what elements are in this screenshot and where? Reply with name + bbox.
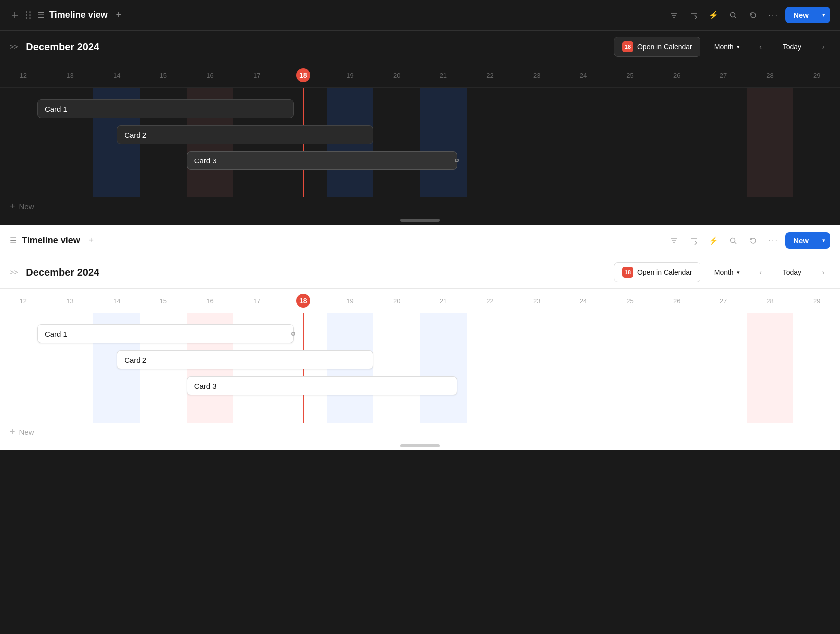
light-date-23: 23 (513, 295, 560, 307)
light-search-button[interactable] (725, 233, 741, 249)
light-cal-header: >> December 2024 18 Open in Calendar Mon… (0, 256, 840, 289)
toolbar-right: ⚡ ··· New ▾ (666, 7, 830, 23)
next-month-button[interactable]: › (816, 40, 830, 54)
date-28: 28 (747, 70, 794, 81)
dark-card-2[interactable]: Card 2 (117, 125, 373, 144)
light-undo-button[interactable] (745, 233, 761, 249)
dark-card-1[interactable]: Card 1 (37, 99, 294, 118)
light-date-25: 25 (607, 295, 654, 307)
light-card-row-2: Card 2 (0, 347, 840, 373)
date-19: 19 (327, 70, 374, 81)
dark-card-row-1: Card 1 (0, 96, 840, 122)
light-date-16: 16 (187, 295, 234, 307)
undo-button[interactable] (745, 7, 761, 23)
light-card-1[interactable]: Card 1 (37, 324, 294, 343)
light-new-label: New (19, 428, 34, 436)
month-selector-button[interactable]: Month ▾ (708, 39, 746, 55)
expand-button[interactable]: >> (10, 43, 18, 51)
light-new-dropdown-button[interactable]: ▾ (817, 233, 830, 248)
toolbar-left: ☰ Timeline view + (10, 9, 661, 21)
dark-card-3[interactable]: Card 3 (187, 151, 457, 170)
date-17: 17 (233, 70, 280, 81)
open-in-calendar-label: Open in Calendar (637, 43, 692, 51)
search-button[interactable] (725, 7, 741, 23)
light-scrollbar-area (0, 441, 840, 450)
filter-button[interactable] (666, 7, 682, 23)
dark-scroll-thumb[interactable] (400, 219, 440, 222)
light-date-18-today: 18 (280, 292, 327, 310)
dark-card-row-3: Card 3 (0, 148, 840, 173)
light-date-28: 28 (747, 295, 794, 307)
date-23: 23 (513, 70, 560, 81)
more-button[interactable]: ··· (765, 7, 781, 23)
dark-scrollbar-area (0, 216, 840, 225)
light-open-in-calendar-button[interactable]: 18 Open in Calendar (614, 262, 700, 282)
light-date-17: 17 (233, 295, 280, 307)
light-toolbar-left: ☰ Timeline view + (10, 235, 661, 247)
date-22: 22 (467, 70, 514, 81)
dark-timeline-panel: ☰ Timeline view + ⚡ ··· New ▾ (0, 0, 840, 225)
open-in-calendar-button[interactable]: 18 Open in Calendar (614, 37, 700, 57)
light-scroll-thumb[interactable] (400, 444, 440, 447)
month-year-label: December 2024 (26, 41, 606, 53)
light-view-icon: ☰ (10, 236, 17, 245)
light-date-14: 14 (93, 295, 140, 307)
light-cards: Card 1 Card 2 Card 3 (0, 321, 840, 399)
light-expand-button[interactable]: >> (10, 268, 18, 276)
light-card-3[interactable]: Card 3 (187, 376, 457, 395)
light-new-button-group: New ▾ (785, 232, 830, 249)
svg-point-6 (731, 12, 735, 17)
light-open-in-calendar-label: Open in Calendar (637, 268, 692, 276)
light-lightning-button[interactable]: ⚡ (705, 233, 721, 249)
light-card-1-dot (291, 332, 295, 336)
light-date-15: 15 (140, 295, 187, 307)
add-view-button[interactable]: + (113, 9, 125, 21)
dark-new-row[interactable]: + New (0, 197, 840, 216)
light-more-button[interactable]: ··· (765, 233, 781, 249)
date-13: 13 (47, 70, 94, 81)
dark-card-3-dot (455, 158, 459, 162)
light-filter-button[interactable] (666, 233, 682, 249)
lightning-button[interactable]: ⚡ (705, 7, 721, 23)
light-card-2[interactable]: Card 2 (117, 350, 373, 369)
light-timeline-panel: ☰ Timeline view + ⚡ ··· New ▾ (0, 225, 840, 450)
light-calendar-icon-badge: 18 (622, 267, 633, 278)
light-new-row[interactable]: + New (0, 423, 840, 441)
dark-new-label: New (19, 202, 34, 211)
date-18-today: 18 (280, 66, 327, 84)
light-card-row-1: Card 1 (0, 321, 840, 347)
view-title: Timeline view (49, 10, 108, 20)
new-dropdown-button[interactable]: ▾ (817, 8, 830, 22)
date-12: 12 (0, 70, 47, 81)
date-27: 27 (700, 70, 747, 81)
light-date-12: 12 (0, 295, 47, 307)
light-date-29: 29 (793, 295, 840, 307)
light-date-19: 19 (327, 295, 374, 307)
light-timeline-area: Card 1 Card 2 Card 3 (0, 313, 840, 423)
light-date-20: 20 (373, 295, 420, 307)
dark-cards: Card 1 Card 2 Card 3 (0, 96, 840, 173)
light-new-main-button[interactable]: New (785, 232, 817, 249)
calendar-icon-badge: 18 (622, 41, 633, 52)
dark-toolbar: ☰ Timeline view + ⚡ ··· New ▾ (0, 0, 840, 31)
dark-cal-header: >> December 2024 18 Open in Calendar Mon… (0, 31, 840, 63)
add-icon[interactable] (10, 10, 20, 20)
light-date-21: 21 (420, 295, 467, 307)
light-sort-button[interactable] (686, 233, 701, 249)
svg-line-7 (735, 16, 737, 18)
date-16: 16 (187, 70, 234, 81)
light-next-month-button[interactable]: › (816, 265, 830, 279)
light-prev-month-button[interactable]: ‹ (754, 265, 768, 279)
light-date-24: 24 (560, 295, 607, 307)
light-month-selector-button[interactable]: Month ▾ (708, 264, 746, 280)
sort-button[interactable] (686, 7, 701, 23)
new-main-button[interactable]: New (785, 7, 817, 23)
prev-month-button[interactable]: ‹ (754, 40, 768, 54)
dark-timeline-area: Card 1 Card 2 Card 3 (0, 88, 840, 197)
today-button[interactable]: Today (776, 40, 808, 54)
light-add-view-button[interactable]: + (85, 235, 97, 247)
light-card-row-3: Card 3 (0, 373, 840, 399)
light-date-22: 22 (467, 295, 514, 307)
date-24: 24 (560, 70, 607, 81)
light-today-button[interactable]: Today (776, 265, 808, 279)
